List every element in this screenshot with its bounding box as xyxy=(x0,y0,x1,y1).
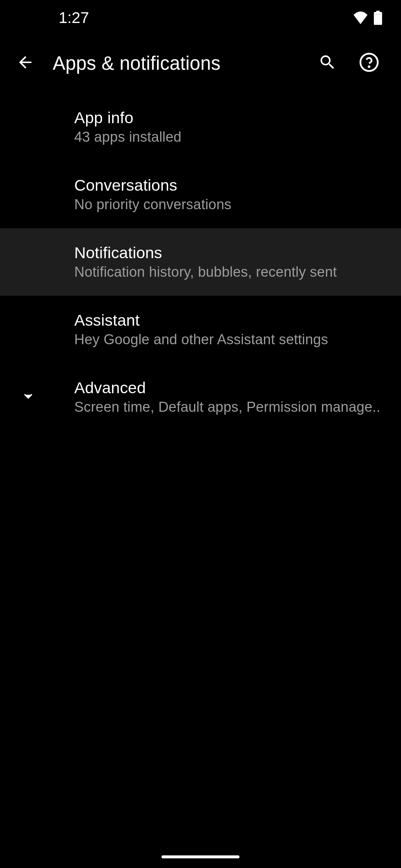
list-item-assistant[interactable]: Assistant Hey Google and other Assistant… xyxy=(0,296,401,363)
item-title: Notifications xyxy=(74,244,386,262)
status-icons xyxy=(353,11,382,25)
settings-list: App info 43 apps installed Conversations… xyxy=(0,91,401,431)
help-button[interactable] xyxy=(359,53,379,73)
list-item-app-info[interactable]: App info 43 apps installed xyxy=(0,93,401,161)
item-subtitle: Hey Google and other Assistant settings xyxy=(74,332,386,348)
help-icon xyxy=(359,52,379,74)
chevron-down-icon xyxy=(20,388,36,406)
list-item-conversations[interactable]: Conversations No priority conversations xyxy=(0,161,401,228)
search-icon xyxy=(318,53,337,73)
item-title: Assistant xyxy=(74,311,386,329)
search-button[interactable] xyxy=(317,53,338,73)
navigation-bar xyxy=(0,846,401,868)
item-title: App info xyxy=(74,109,386,127)
app-bar: Apps & notifications xyxy=(0,35,401,91)
wifi-icon xyxy=(353,11,368,24)
status-bar: 1:27 xyxy=(0,0,401,35)
back-button[interactable] xyxy=(15,53,36,73)
svg-point-2 xyxy=(369,66,369,67)
item-subtitle: No priority conversations xyxy=(74,197,386,213)
item-title: Advanced xyxy=(74,379,386,397)
action-icons xyxy=(317,53,386,73)
item-subtitle: 43 apps installed xyxy=(74,129,386,145)
page-title: Apps & notifications xyxy=(53,52,317,74)
list-item-advanced[interactable]: Advanced Screen time, Default apps, Perm… xyxy=(0,363,401,431)
item-title: Conversations xyxy=(74,176,386,194)
home-gesture-pill[interactable] xyxy=(162,855,239,858)
svg-rect-0 xyxy=(375,14,381,23)
battery-icon xyxy=(374,11,382,25)
status-time: 1:27 xyxy=(59,9,89,27)
list-item-notifications[interactable]: Notifications Notification history, bubb… xyxy=(0,228,401,296)
expand-icon-slot xyxy=(18,387,39,407)
item-subtitle: Notification history, bubbles, recently … xyxy=(74,264,386,280)
item-subtitle: Screen time, Default apps, Permission ma… xyxy=(74,399,386,415)
arrow-back-icon xyxy=(16,53,35,73)
